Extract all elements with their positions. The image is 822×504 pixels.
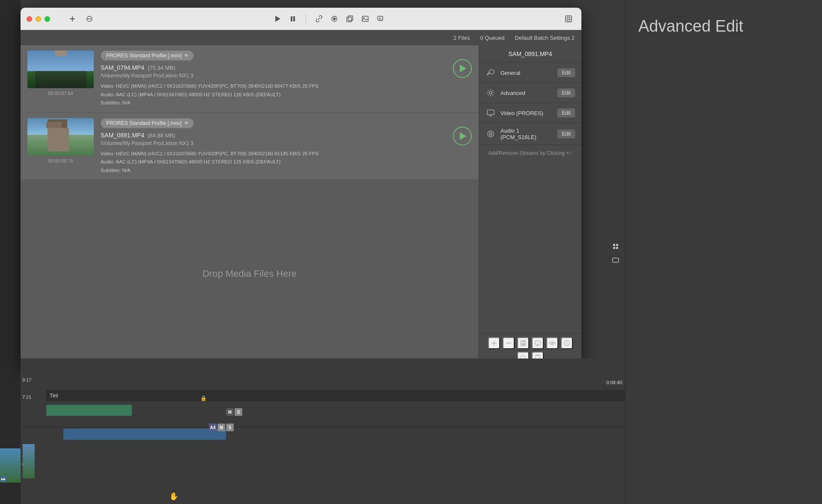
svg-point-21 [489,92,492,94]
toolbar-divider1 [306,14,306,24]
timeline-a4-m-button[interactable]: M [217,424,225,431]
right-panel-title: SAM_0891.MP4 [479,45,581,63]
file-thumbnail-wrapper-1: 00:00:07.84 [27,50,94,96]
file2-play-button[interactable] [453,127,472,145]
right-panel-advanced: Advanced Edit [479,83,581,103]
video-edit-button[interactable]: Edit [557,108,575,118]
timeline-s-button[interactable]: S [235,408,242,416]
add-remove-text: Add/Remove Streams by Clicking +/- [479,145,581,161]
file1-path: /Volumes/My Passport Pro/Lisbon NX1 3 [101,73,446,79]
timeline-track-1 [46,405,132,416]
file2-profile-dropdown[interactable]: PRORES Standard Profile [.mov] [101,118,194,128]
queued-count: 0 Queued [480,35,504,41]
advanced-edit-panel: Advanced Edit [625,0,822,504]
timeline-a4-s-button[interactable]: S [226,424,234,431]
side-icon-2[interactable] [611,255,621,265]
eye-icon-button[interactable] [546,337,558,349]
file2-meta: Video: HEVC (MAIN) (HVC1 / 0X31637668) Y… [101,150,446,175]
image-button[interactable] [358,12,372,26]
speech-button[interactable] [374,12,387,26]
left-sidebar [0,0,21,504]
speaker-icon [485,128,496,139]
timeline-thumb [23,444,35,478]
file1-profile-dropdown[interactable]: PRORES Standard Profile [.mov] [101,50,194,61]
file2-path: /Volumes/My Passport Pro/Lisbon NX1 3 [101,140,446,146]
side-icon-1[interactable] [611,241,621,252]
file1-name: SAM_0794.MP4 [101,64,144,71]
audio-label: Audio 1 (PCM_S16LE) [500,127,553,140]
wrench-icon [485,67,496,78]
play-button[interactable] [271,12,284,26]
advanced-label: Advanced [500,90,553,96]
add-stream-button[interactable] [488,337,500,349]
file1-info: PRORES Standard Profile [.mov] SAM_0794.… [101,50,446,107]
duplicate-button[interactable] [343,12,357,26]
timeline-a4-button[interactable]: A4 [209,424,217,431]
svg-point-27 [490,133,491,134]
file1-duration: 00:00:07.84 [48,91,73,96]
cancel-button[interactable] [83,12,96,26]
timeline-time2: 7:21 [21,393,33,401]
minimize-button[interactable] [36,16,41,22]
file-item-2: 00:00:08.76 PRORES Standard Profile [.mo… [21,113,479,181]
right-panel-general: General Edit [479,63,581,83]
svg-rect-46 [616,244,618,246]
main-window: 2 Files 0 Queued Default Batch Settings … [21,8,581,367]
svg-rect-47 [613,247,615,249]
tint-label: Tint [50,393,58,399]
advanced-edit-button[interactable]: Edit [557,88,575,98]
bottom-thumb: ▶▶ [0,448,21,483]
svg-marker-4 [275,16,280,22]
svg-rect-11 [362,16,368,21]
svg-rect-10 [348,16,353,21]
svg-rect-16 [566,16,572,22]
file-item-1: 00:00:07.84 PRORES Standard Profile [.mo… [21,45,479,113]
svg-rect-22 [487,110,494,115]
file2-play-icon [460,132,466,140]
settings-button[interactable] [562,12,575,26]
record-button[interactable] [328,12,341,26]
file1-meta: Video: HEVC (MAIN) (HVC1 / 0X31637668) Y… [101,82,446,107]
timeline-area: 0:08:40: 5 selected Tint 9:17 7:21 M S A… [21,359,625,504]
svg-rect-45 [613,244,615,246]
maximize-button[interactable] [45,16,50,22]
pause-button[interactable] [286,12,300,26]
timeline-lock-icon: 🔒 [200,395,207,401]
add-file-button[interactable] [66,12,79,26]
timeline-m-button[interactable]: M [226,408,234,416]
timeline-tint-row: Tint [46,390,625,401]
file1-play-button[interactable] [453,59,472,78]
batch-settings: Default Batch Settings 2 [515,35,575,41]
svg-rect-34 [535,341,540,344]
general-edit-button[interactable]: Edit [557,68,575,77]
svg-rect-48 [616,247,618,249]
file2-info: PRORES Standard Profile [.mov] SAM_0891.… [101,118,446,175]
content-area: 00:00:07.84 PRORES Standard Profile [.mo… [21,45,581,367]
timeline-time1: 9:17 [21,376,33,384]
svg-rect-33 [521,343,525,345]
svg-point-40 [566,341,567,342]
files-count: 2 Files [453,35,470,41]
advanced-edit-title: Advanced Edit [625,0,822,44]
timeline-track-2 [63,429,226,440]
file2-size: (84.88 MB) [148,132,175,139]
file1-play-icon [460,65,466,72]
audio-edit-button[interactable]: Edit [557,129,575,139]
timeline-divider [21,427,625,427]
file-thumbnail-2 [27,118,94,156]
side-icons [607,238,624,269]
save-icon-button[interactable] [517,337,529,349]
link-button[interactable] [312,12,326,26]
file2-play-wrapper [453,118,472,145]
info-icon-button[interactable] [561,337,573,349]
close-button[interactable] [27,16,32,22]
remove-stream-button[interactable] [503,337,515,349]
drop-zone[interactable]: Drop Media Files Here [21,180,479,367]
svg-point-8 [333,18,336,20]
right-panel-video: Video (PRORES) Edit [479,103,581,123]
right-panel: SAM_0891.MP4 General Edit [479,45,581,367]
timeline-hand-tool[interactable]: ✋ [166,489,182,504]
screen-icon-button[interactable] [532,337,544,349]
svg-rect-9 [347,17,351,22]
svg-point-37 [551,342,553,344]
